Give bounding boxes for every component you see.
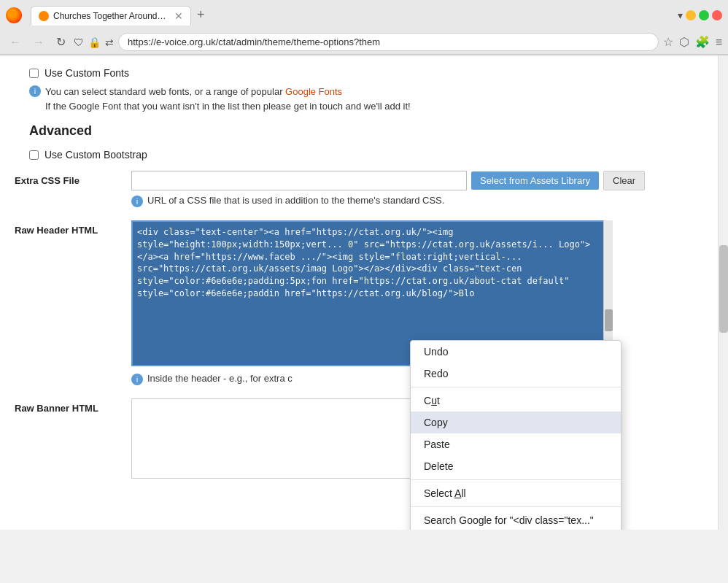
ctx-separator-2 bbox=[411, 479, 621, 480]
context-menu-item-select-all[interactable]: Select All bbox=[411, 482, 621, 504]
advanced-heading: Advanced bbox=[29, 123, 713, 139]
raw-banner-label: Raw Banner HTML bbox=[15, 398, 131, 414]
info-icon: i bbox=[29, 85, 41, 97]
bookmark-icon[interactable]: ☆ bbox=[663, 35, 673, 49]
css-file-controls: Select from Assets Library Clear i URL o… bbox=[131, 171, 713, 207]
active-tab[interactable]: Churches Together Around Tad ✕ bbox=[31, 6, 191, 26]
hamburger-menu-icon[interactable]: ≡ bbox=[716, 36, 722, 49]
address-input[interactable] bbox=[118, 33, 659, 51]
use-custom-fonts-checkbox[interactable] bbox=[29, 69, 39, 78]
context-menu-item-cut[interactable]: Cut bbox=[411, 390, 621, 412]
tab-title: Churches Together Around Tad bbox=[53, 11, 167, 21]
forward-button[interactable]: → bbox=[29, 34, 48, 50]
tracking-icon: ⇄ bbox=[105, 36, 114, 48]
custom-fonts-row: Use Custom Fonts bbox=[29, 67, 713, 79]
page-content: Use Custom Fonts i You can select standa… bbox=[0, 55, 728, 530]
use-custom-bootstrap-label: Use Custom Bootstrap bbox=[44, 149, 147, 161]
google-fonts-link[interactable]: Google Fonts bbox=[285, 86, 342, 97]
css-file-input-row: Select from Assets Library Clear bbox=[131, 171, 713, 190]
refresh-button[interactable]: ↻ bbox=[53, 34, 69, 50]
css-file-row: Extra CSS File Select from Assets Librar… bbox=[15, 171, 713, 207]
textarea-scrollbar-thumb bbox=[605, 309, 613, 331]
use-custom-bootstrap-checkbox[interactable] bbox=[29, 150, 39, 160]
page-scrollbar-thumb bbox=[719, 245, 728, 333]
context-menu-item-undo[interactable]: Undo bbox=[411, 341, 621, 363]
new-tab-button[interactable]: + bbox=[191, 4, 211, 26]
tab-close-button[interactable]: ✕ bbox=[174, 10, 183, 22]
address-bar: ← → ↻ 🛡 🔒 ⇄ ☆ ⬡ 🧩 ≡ bbox=[0, 30, 728, 55]
security-icon: 🛡 bbox=[74, 36, 84, 48]
close-button[interactable] bbox=[712, 10, 722, 20]
minimize-button[interactable] bbox=[686, 10, 696, 20]
back-button[interactable]: ← bbox=[6, 34, 25, 50]
raw-header-label: Raw Header HTML bbox=[15, 220, 131, 236]
browser-titlebar: Churches Together Around Tad ✕ + ▾ bbox=[0, 0, 728, 30]
custom-bootstrap-row: Use Custom Bootstrap bbox=[29, 149, 713, 161]
address-bar-actions: ☆ ⬡ 🧩 ≡ bbox=[663, 35, 722, 49]
raw-header-hint-icon: i bbox=[131, 374, 143, 385]
context-menu: Undo Redo Cut Copy Paste Delete Select A… bbox=[410, 340, 621, 530]
clear-button[interactable]: Clear bbox=[603, 171, 645, 190]
fonts-info-box: i You can select standard web fonts, or … bbox=[29, 85, 713, 113]
browser-logo bbox=[6, 7, 22, 23]
page-scrollbar-track[interactable] bbox=[718, 55, 728, 530]
tab-favicon bbox=[39, 11, 49, 21]
css-file-label: Extra CSS File bbox=[15, 171, 131, 186]
context-menu-item-search-google[interactable]: Search Google for "<div class="tex..." bbox=[411, 509, 621, 530]
maximize-button[interactable] bbox=[699, 10, 709, 20]
tab-bar: Churches Together Around Tad ✕ + bbox=[25, 4, 675, 26]
tab-menu-icon[interactable]: ▾ bbox=[678, 9, 683, 21]
extensions-icon[interactable]: 🧩 bbox=[695, 35, 710, 49]
context-menu-item-redo[interactable]: Redo bbox=[411, 363, 621, 385]
use-custom-fonts-label: Use Custom Fonts bbox=[44, 67, 129, 79]
lock-icon: 🔒 bbox=[88, 36, 101, 48]
fonts-info-text: You can select standard web fonts, or a … bbox=[45, 85, 411, 113]
ctx-separator-3 bbox=[411, 506, 621, 507]
css-file-input[interactable] bbox=[131, 171, 467, 190]
css-hint-icon: i bbox=[131, 196, 143, 207]
browser-chrome: Churches Together Around Tad ✕ + ▾ ← → ↻… bbox=[0, 0, 728, 55]
css-file-hint: i URL of a CSS file that is used in addi… bbox=[131, 195, 713, 207]
pocket-icon[interactable]: ⬡ bbox=[679, 35, 689, 49]
window-controls: ▾ bbox=[678, 9, 722, 21]
ctx-separator-1 bbox=[411, 387, 621, 387]
context-menu-item-delete[interactable]: Delete bbox=[411, 455, 621, 477]
context-menu-item-copy[interactable]: Copy bbox=[411, 412, 621, 433]
select-from-assets-library-button[interactable]: Select from Assets Library bbox=[471, 171, 599, 190]
context-menu-item-paste[interactable]: Paste bbox=[411, 433, 621, 455]
